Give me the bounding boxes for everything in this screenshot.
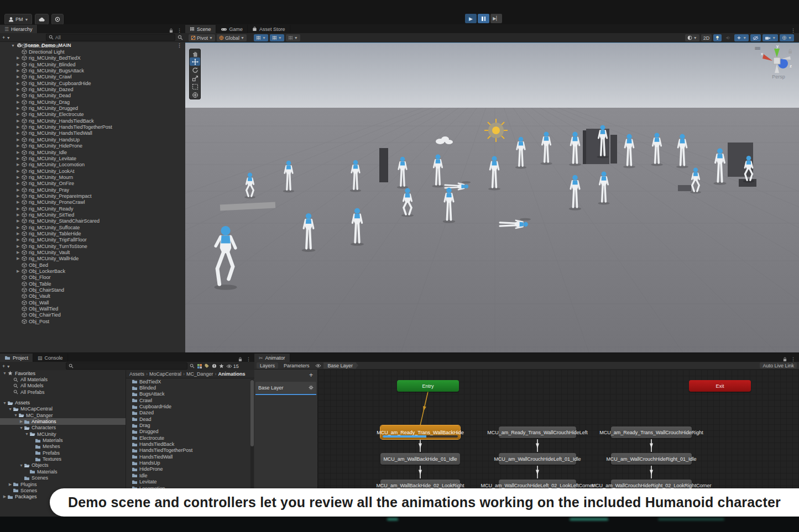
eye-icon[interactable] bbox=[315, 364, 321, 368]
foldout-icon[interactable]: ▶ bbox=[17, 112, 22, 117]
tab-console[interactable]: ▤ Console bbox=[33, 354, 68, 362]
increment-snap-button[interactable]: ▼ bbox=[270, 34, 284, 41]
alert-icon[interactable] bbox=[212, 364, 217, 368]
orientation-gizmo[interactable]: y x z Persp bbox=[759, 44, 798, 87]
rotate-tool[interactable] bbox=[190, 66, 200, 74]
project-folder[interactable]: HandsTiedTogetherPost bbox=[126, 447, 250, 454]
grid-snap-button[interactable]: ▼ bbox=[254, 34, 268, 41]
project-tree-item[interactable]: Scenes bbox=[0, 475, 126, 481]
hierarchy-item[interactable]: ▶rig_MCUnity_WallHide bbox=[0, 256, 185, 262]
breadcrumb-segment[interactable]: MC_Danger bbox=[186, 371, 213, 377]
project-folder[interactable]: Levitate bbox=[126, 479, 250, 485]
foldout-icon[interactable]: ▶ bbox=[17, 175, 22, 180]
hierarchy-item[interactable]: ▶rig_MCUnity_Crawl bbox=[0, 74, 185, 80]
hierarchy-item[interactable]: ▶Obj_Wall bbox=[0, 299, 185, 305]
hierarchy-item[interactable]: ▶rig_MCUnity_LookAt bbox=[0, 168, 185, 174]
hierarchy-item[interactable]: ▶Main Camera bbox=[0, 43, 185, 49]
global-toggle-button[interactable]: Global▼ bbox=[217, 34, 247, 41]
foldout-icon[interactable]: ▼ bbox=[2, 371, 7, 375]
project-tree-item[interactable]: ▼MC_Danger bbox=[0, 412, 126, 418]
step-button[interactable]: ▶▏ bbox=[490, 14, 502, 23]
layer-breadcrumb[interactable]: Base Layer bbox=[323, 362, 359, 369]
project-folder[interactable]: BugsAttack bbox=[126, 391, 250, 397]
tab-project[interactable]: Project bbox=[0, 354, 33, 362]
hierarchy-item[interactable]: ▶rig_MCUnity_Drugged bbox=[0, 105, 185, 111]
foldout-icon[interactable]: ▶ bbox=[17, 100, 22, 104]
move-tool[interactable] bbox=[190, 57, 200, 66]
project-tree-item[interactable]: Materials bbox=[0, 468, 126, 475]
hierarchy-item[interactable]: ▶Directional Light bbox=[0, 49, 185, 55]
foldout-icon[interactable]: ▶ bbox=[17, 119, 22, 123]
foldout-icon[interactable]: ▶ bbox=[2, 494, 7, 499]
hierarchy-item[interactable]: ▶rig_MCUnity_BugsAttack bbox=[0, 67, 185, 73]
hierarchy-item[interactable]: ▶Obj_Post bbox=[0, 318, 185, 324]
project-tree-item[interactable]: ▼Favorites bbox=[0, 370, 126, 376]
breadcrumb[interactable]: Assets›MoCapCentral›MC_Danger›Animations bbox=[126, 370, 254, 378]
hierarchy-item[interactable]: ▶rig_MCUnity_Ready bbox=[0, 206, 185, 212]
search-picker-icon[interactable] bbox=[177, 35, 183, 40]
project-folder[interactable]: HandsTiedBack bbox=[126, 441, 250, 447]
project-folder[interactable]: HideProne bbox=[126, 466, 250, 472]
foldout-icon[interactable]: ▶ bbox=[17, 188, 22, 192]
hierarchy-item[interactable]: ▶rig_MCUnity_CupboardHide bbox=[0, 80, 185, 86]
panel-menu-icon[interactable]: ⋮ bbox=[791, 356, 796, 362]
tool-settings-button[interactable]: ▼ bbox=[286, 34, 300, 41]
foldout-icon[interactable]: ▶ bbox=[17, 231, 22, 236]
pause-button[interactable] bbox=[478, 14, 489, 23]
foldout-icon[interactable]: ▼ bbox=[19, 463, 24, 467]
project-folder[interactable]: Drag bbox=[126, 422, 250, 428]
foldout-icon[interactable]: ▶ bbox=[17, 225, 22, 230]
foldout-icon[interactable]: ▶ bbox=[17, 269, 22, 273]
foldout-icon[interactable]: ▶ bbox=[17, 75, 22, 79]
label-icon[interactable] bbox=[205, 364, 210, 368]
foldout-icon[interactable]: ▼ bbox=[8, 407, 13, 411]
project-tree-item[interactable]: ▼MoCapCentral bbox=[0, 406, 126, 412]
account-menu-button[interactable]: PM ▼ bbox=[4, 14, 32, 25]
auto-live-link-button[interactable]: Auto Live Link bbox=[760, 362, 797, 368]
layer-item[interactable]: Base Layer bbox=[255, 382, 316, 393]
hierarchy-item[interactable]: ▶Obj_Floor bbox=[0, 275, 185, 281]
layers-tab[interactable]: Layers bbox=[257, 362, 278, 368]
collab-button[interactable] bbox=[51, 14, 64, 25]
panel-menu-icon[interactable]: ⋮ bbox=[787, 28, 799, 33]
scene-viewport[interactable]: ≡≡ y x z Persp bbox=[185, 43, 799, 352]
foldout-icon[interactable]: ▶ bbox=[17, 219, 22, 223]
project-tree-item[interactable]: Materials bbox=[0, 437, 126, 443]
foldout-icon[interactable]: ▶ bbox=[17, 106, 22, 110]
foldout-icon[interactable]: ▶ bbox=[17, 162, 22, 167]
entry-node[interactable]: Entry bbox=[397, 380, 459, 392]
foldout-icon[interactable]: ▶ bbox=[17, 93, 22, 98]
foldout-icon[interactable]: ▶ bbox=[17, 207, 22, 211]
camera-overlay-button[interactable]: ▼ bbox=[763, 34, 778, 41]
hierarchy-item[interactable]: ▶rig_MCUnity_Mourn bbox=[0, 174, 185, 180]
project-tree-item[interactable]: Textures bbox=[0, 456, 126, 462]
project-folder[interactable]: Electrocute bbox=[126, 435, 250, 441]
panel-menu-icon[interactable]: ⋮ bbox=[177, 28, 182, 33]
hierarchy-item[interactable]: ▶rig_MCUnity_Pray bbox=[0, 187, 185, 193]
hierarchy-item[interactable]: ▶rig_MCUnity_Locomotion bbox=[0, 162, 185, 168]
tab-asset-store[interactable]: Asset Store bbox=[248, 25, 290, 33]
tab-animator[interactable]: ✂ Animator bbox=[254, 354, 290, 362]
foldout-icon[interactable]: ▶ bbox=[17, 62, 22, 67]
project-folder[interactable]: HandsTiedWall bbox=[126, 454, 250, 460]
hierarchy-item[interactable]: ▶rig_MCUnity_Vault bbox=[0, 249, 185, 255]
package-visibility-icon[interactable] bbox=[197, 364, 202, 369]
2d-toggle-button[interactable]: 2D bbox=[701, 34, 712, 41]
transform-tool[interactable] bbox=[190, 91, 200, 99]
foldout-icon[interactable]: ▶ bbox=[19, 419, 24, 424]
foldout-icon[interactable]: ▶ bbox=[17, 244, 22, 249]
foldout-icon[interactable]: ▶ bbox=[17, 56, 22, 60]
parameters-tab[interactable]: Parameters bbox=[280, 362, 313, 368]
tab-game[interactable]: Game bbox=[216, 25, 248, 33]
favorites-icon[interactable] bbox=[219, 364, 224, 368]
project-tree-item[interactable]: ▼Characters bbox=[0, 425, 126, 431]
hierarchy-item[interactable]: ▶rig_MCUnity_HandsTiedBack bbox=[0, 118, 185, 124]
foldout-icon[interactable]: ▼ bbox=[24, 432, 29, 436]
project-tree-item[interactable]: Prefabs bbox=[0, 450, 126, 456]
project-tree-item[interactable]: All Prefabs bbox=[0, 389, 126, 395]
foldout-icon[interactable]: ▶ bbox=[17, 200, 22, 204]
save-search-icon[interactable] bbox=[190, 364, 195, 368]
tab-hierarchy[interactable]: ☰ Hierarchy bbox=[0, 25, 38, 33]
gizmos-button[interactable]: ▼ bbox=[780, 34, 794, 41]
project-folder[interactable]: Drugged bbox=[126, 429, 250, 435]
